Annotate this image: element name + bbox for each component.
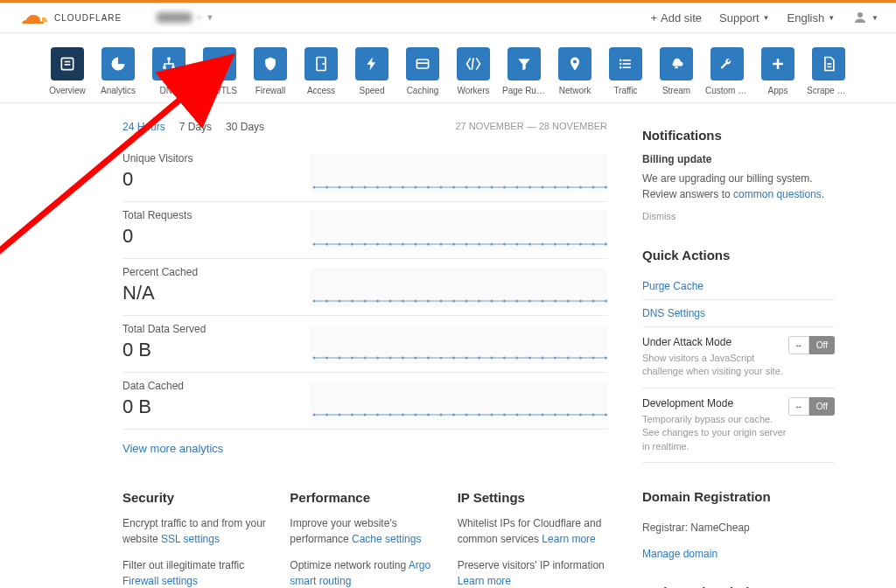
add-site-button[interactable]: +Add site	[650, 11, 702, 24]
nav-tab-wrench[interactable]: Custom Pa...	[705, 47, 749, 95]
svg-point-27	[339, 186, 341, 189]
svg-point-62	[466, 243, 468, 246]
svg-point-113	[478, 357, 480, 360]
nav-tab-workers[interactable]: Workers	[452, 47, 495, 95]
whitelist-link[interactable]: Learn more	[542, 533, 595, 545]
svg-point-59	[427, 243, 430, 246]
nav-tab-page[interactable]: Scrape Shi...	[807, 47, 850, 95]
svg-point-145	[567, 414, 570, 416]
purge-cache-link[interactable]: Purge Cache	[642, 273, 835, 300]
svg-point-100	[313, 357, 316, 360]
nav-label: Firewall	[256, 86, 285, 95]
site-name-blurred	[157, 12, 192, 23]
analytics-icon	[102, 47, 135, 80]
svg-point-112	[466, 357, 468, 360]
nav-tab-funnel[interactable]: Page Rules	[502, 47, 546, 95]
site-selector[interactable]: ▪ ▼	[157, 11, 214, 24]
manage-domain-link[interactable]: Manage domain	[642, 541, 835, 567]
svg-point-86	[452, 300, 455, 303]
stat-block: Unique Visitors0	[122, 145, 607, 202]
svg-point-61	[452, 243, 455, 246]
svg-point-25	[313, 186, 316, 189]
svg-point-54	[364, 243, 367, 246]
svg-point-91	[516, 300, 519, 303]
nav-tab-overview[interactable]: Overview	[46, 47, 89, 95]
svg-point-111	[452, 357, 455, 360]
svg-point-76	[326, 300, 328, 303]
svg-point-137	[466, 414, 468, 416]
security-card: Security Encrypt traffic to and from you…	[122, 490, 272, 588]
svg-point-78	[351, 300, 354, 303]
svg-point-128	[351, 414, 354, 416]
dismiss-button[interactable]: Dismiss	[642, 211, 835, 221]
svg-point-30	[376, 186, 379, 189]
nav-tab-list[interactable]: Traffic	[604, 47, 648, 95]
svg-point-41	[516, 186, 519, 189]
svg-point-73	[605, 243, 607, 246]
common-questions-link[interactable]: common questions	[733, 188, 822, 200]
svg-point-46	[579, 186, 582, 189]
svg-point-29	[364, 186, 367, 189]
svg-point-39	[491, 186, 494, 189]
nav-label: Stream	[662, 86, 690, 95]
svg-point-72	[592, 243, 595, 246]
nav-tab-bolt[interactable]: Speed	[350, 47, 394, 95]
dev-mode-toggle[interactable]: ↔ Off	[788, 397, 835, 416]
svg-point-77	[339, 300, 341, 303]
time-tab-24h[interactable]: 24 Hours	[122, 121, 165, 133]
svg-point-90	[503, 300, 506, 303]
svg-point-119	[554, 357, 556, 360]
svg-rect-4	[167, 58, 170, 60]
nav-tab-dns[interactable]: DNS	[147, 47, 191, 95]
svg-point-133	[415, 414, 417, 416]
svg-point-122	[592, 357, 595, 360]
cache-settings-link[interactable]: Cache settings	[352, 533, 421, 545]
header: CLOUDFLARE ▪ ▼ +Add site Support▼ Englis…	[0, 3, 896, 33]
language-menu[interactable]: English▼	[788, 11, 836, 24]
svg-point-104	[364, 357, 367, 360]
nav-tab-cloud[interactable]: Stream	[654, 47, 698, 95]
svg-point-42	[528, 186, 531, 189]
nav-tab-lock[interactable]: SSL/TLS	[198, 47, 242, 95]
under-attack-desc: Show visitors a JavaScript challenge whe…	[642, 352, 788, 379]
logo[interactable]: CLOUDFLARE	[18, 10, 122, 25]
svg-point-95	[567, 300, 570, 303]
svg-point-48	[605, 186, 607, 189]
cloud-icon	[660, 47, 693, 80]
svg-point-85	[440, 300, 443, 303]
svg-point-92	[528, 300, 531, 303]
nav-tabs: OverviewAnalyticsDNSSSL/TLSFirewallAcces…	[0, 33, 896, 103]
date-range: 27 NOVEMBER — 28 NOVEMBER	[455, 121, 607, 133]
nav-label: Apps	[768, 86, 788, 95]
under-attack-toggle[interactable]: ↔ Off	[788, 336, 835, 354]
svg-point-40	[503, 186, 506, 189]
svg-point-127	[339, 414, 341, 416]
nav-tab-plus[interactable]: Apps	[756, 47, 800, 95]
svg-point-98	[605, 300, 607, 303]
view-more-analytics-link[interactable]: View more analytics	[122, 442, 607, 455]
svg-point-69	[554, 243, 556, 246]
svg-point-96	[579, 300, 582, 303]
dns-settings-link[interactable]: DNS Settings	[642, 300, 835, 327]
nav-tab-pin[interactable]: Network	[553, 47, 597, 95]
svg-point-89	[491, 300, 494, 303]
svg-point-130	[376, 414, 379, 416]
nav-tab-door[interactable]: Access	[299, 47, 343, 95]
ssl-settings-link[interactable]: SSL settings	[161, 533, 220, 545]
nav-label: Workers	[457, 86, 489, 95]
nav-tab-analytics[interactable]: Analytics	[96, 47, 140, 95]
account-menu[interactable]: ▼	[852, 10, 878, 25]
nav-tab-shield[interactable]: Firewall	[248, 47, 292, 95]
time-tab-30d[interactable]: 30 Days	[226, 121, 264, 133]
svg-point-38	[478, 186, 480, 189]
time-tab-7d[interactable]: 7 Days	[179, 121, 212, 133]
svg-point-101	[326, 357, 328, 360]
svg-point-71	[579, 243, 582, 246]
firewall-settings-link[interactable]: Firewall settings	[122, 575, 198, 587]
nav-tab-cache[interactable]: Caching	[401, 47, 444, 95]
support-menu[interactable]: Support▼	[719, 11, 769, 24]
svg-point-68	[542, 243, 544, 246]
svg-point-148	[605, 414, 607, 416]
preserve-ip-link[interactable]: Learn more	[458, 575, 511, 587]
svg-point-120	[567, 357, 570, 360]
